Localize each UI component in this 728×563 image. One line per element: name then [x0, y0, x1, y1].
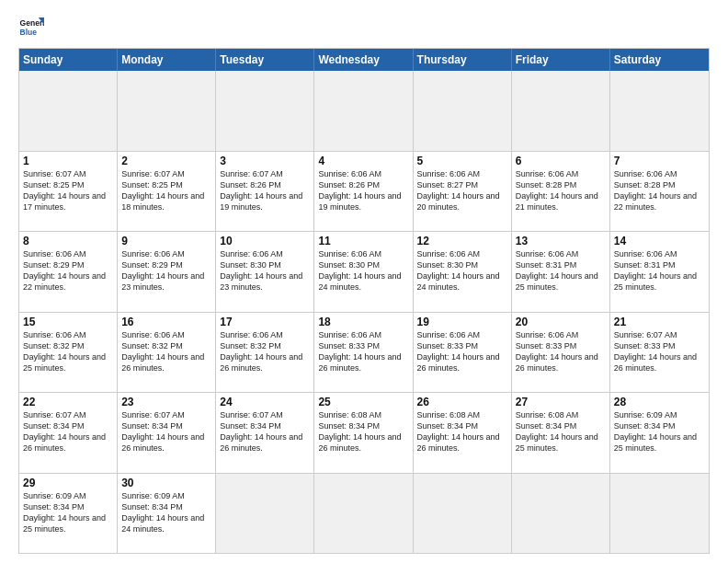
- sunset-text: Sunset: 8:28 PM: [614, 179, 705, 190]
- sunset-text: Sunset: 8:28 PM: [516, 179, 606, 190]
- day-number: 13: [516, 235, 606, 247]
- day-number: 28: [614, 396, 705, 408]
- page: General Blue SundayMondayTuesdayWednesda…: [0, 0, 728, 563]
- calendar-cell: 4Sunrise: 6:06 AMSunset: 8:26 PMDaylight…: [314, 152, 413, 232]
- sunset-text: Sunset: 8:29 PM: [23, 259, 113, 270]
- calendar-cell: 23Sunrise: 6:07 AMSunset: 8:34 PMDayligh…: [118, 393, 216, 473]
- sunset-text: Sunset: 8:31 PM: [614, 259, 705, 270]
- day-number: 12: [417, 235, 507, 247]
- sunset-text: Sunset: 8:30 PM: [220, 259, 310, 270]
- sunrise-text: Sunrise: 6:06 AM: [23, 329, 113, 340]
- sunset-text: Sunset: 8:31 PM: [516, 259, 606, 270]
- day-number: 4: [318, 155, 408, 167]
- sunrise-text: Sunrise: 6:06 AM: [220, 248, 310, 259]
- calendar-cell: 24Sunrise: 6:07 AMSunset: 8:34 PMDayligh…: [216, 393, 314, 473]
- calendar-cell: 29Sunrise: 6:09 AMSunset: 8:34 PMDayligh…: [19, 474, 118, 554]
- daylight-text: Daylight: 14 hours and 26 minutes.: [516, 351, 606, 373]
- calendar-cell: 26Sunrise: 6:08 AMSunset: 8:34 PMDayligh…: [414, 393, 512, 473]
- day-number: 11: [318, 235, 408, 247]
- day-number: 2: [121, 155, 211, 167]
- sunset-text: Sunset: 8:32 PM: [220, 340, 310, 351]
- sunrise-text: Sunrise: 6:08 AM: [516, 409, 606, 420]
- sunrise-text: Sunrise: 6:09 AM: [121, 490, 211, 501]
- day-of-week-header: Sunday: [19, 49, 118, 71]
- calendar-cell: 2Sunrise: 6:07 AMSunset: 8:25 PMDaylight…: [118, 152, 216, 232]
- sunrise-text: Sunrise: 6:06 AM: [417, 168, 507, 179]
- calendar-cell: 17Sunrise: 6:06 AMSunset: 8:32 PMDayligh…: [216, 313, 314, 393]
- sunrise-text: Sunrise: 6:07 AM: [220, 409, 310, 420]
- svg-text:Blue: Blue: [20, 28, 38, 37]
- calendar-cell: [512, 474, 610, 554]
- daylight-text: Daylight: 14 hours and 18 minutes.: [121, 190, 211, 213]
- day-of-week-header: Monday: [118, 49, 216, 71]
- sunrise-text: Sunrise: 6:08 AM: [417, 409, 507, 420]
- day-number: 27: [516, 396, 606, 408]
- daylight-text: Daylight: 14 hours and 25 minutes.: [614, 431, 705, 454]
- sunset-text: Sunset: 8:33 PM: [614, 340, 705, 351]
- daylight-text: Daylight: 14 hours and 25 minutes.: [516, 431, 606, 454]
- calendar-cell: 6Sunrise: 6:06 AMSunset: 8:28 PMDaylight…: [512, 152, 610, 232]
- sunrise-text: Sunrise: 6:06 AM: [23, 248, 113, 259]
- calendar-cell: 21Sunrise: 6:07 AMSunset: 8:33 PMDayligh…: [610, 313, 709, 393]
- sunrise-text: Sunrise: 6:07 AM: [121, 409, 211, 420]
- calendar-cell: [610, 71, 709, 151]
- sunset-text: Sunset: 8:26 PM: [318, 179, 408, 190]
- daylight-text: Daylight: 14 hours and 19 minutes.: [220, 190, 310, 213]
- daylight-text: Daylight: 14 hours and 24 minutes.: [417, 270, 507, 293]
- calendar-cell: 9Sunrise: 6:06 AMSunset: 8:29 PMDaylight…: [118, 232, 216, 312]
- sunset-text: Sunset: 8:30 PM: [417, 259, 507, 270]
- day-of-week-header: Tuesday: [216, 49, 314, 71]
- day-of-week-header: Saturday: [610, 49, 709, 71]
- sunrise-text: Sunrise: 6:07 AM: [23, 409, 113, 420]
- day-of-week-header: Friday: [512, 49, 610, 71]
- daylight-text: Daylight: 14 hours and 24 minutes.: [121, 512, 211, 534]
- day-number: 30: [121, 477, 211, 489]
- sunrise-text: Sunrise: 6:06 AM: [516, 248, 606, 259]
- sunset-text: Sunset: 8:34 PM: [220, 420, 310, 431]
- sunset-text: Sunset: 8:33 PM: [417, 340, 507, 351]
- day-number: 19: [417, 316, 507, 328]
- calendar-cell: 16Sunrise: 6:06 AMSunset: 8:32 PMDayligh…: [118, 313, 216, 393]
- calendar-header: SundayMondayTuesdayWednesdayThursdayFrid…: [19, 49, 709, 71]
- sunrise-text: Sunrise: 6:06 AM: [516, 329, 606, 340]
- daylight-text: Daylight: 14 hours and 24 minutes.: [318, 270, 408, 293]
- day-number: 15: [23, 316, 113, 328]
- calendar-cell: 1Sunrise: 6:07 AMSunset: 8:25 PMDaylight…: [19, 152, 118, 232]
- calendar-cell: 8Sunrise: 6:06 AMSunset: 8:29 PMDaylight…: [19, 232, 118, 312]
- daylight-text: Daylight: 14 hours and 26 minutes.: [23, 431, 113, 454]
- sunrise-text: Sunrise: 6:06 AM: [614, 168, 705, 179]
- daylight-text: Daylight: 14 hours and 23 minutes.: [220, 270, 310, 293]
- calendar-row: 1Sunrise: 6:07 AMSunset: 8:25 PMDaylight…: [19, 151, 709, 232]
- sunrise-text: Sunrise: 6:06 AM: [220, 329, 310, 340]
- sunset-text: Sunset: 8:30 PM: [318, 259, 408, 270]
- day-number: 18: [318, 316, 408, 328]
- day-number: 5: [417, 155, 507, 167]
- sunrise-text: Sunrise: 6:07 AM: [121, 168, 211, 179]
- calendar-cell: [19, 71, 118, 151]
- logo: General Blue: [18, 15, 44, 40]
- daylight-text: Daylight: 14 hours and 26 minutes.: [614, 351, 705, 373]
- calendar-cell: 18Sunrise: 6:06 AMSunset: 8:33 PMDayligh…: [314, 313, 413, 393]
- daylight-text: Daylight: 14 hours and 26 minutes.: [220, 351, 310, 373]
- day-number: 29: [23, 477, 113, 489]
- day-number: 16: [121, 316, 211, 328]
- sunrise-text: Sunrise: 6:06 AM: [417, 329, 507, 340]
- sunrise-text: Sunrise: 6:06 AM: [318, 168, 408, 179]
- calendar-cell: 11Sunrise: 6:06 AMSunset: 8:30 PMDayligh…: [314, 232, 413, 312]
- calendar-cell: 3Sunrise: 6:07 AMSunset: 8:26 PMDaylight…: [216, 152, 314, 232]
- day-number: 23: [121, 396, 211, 408]
- calendar-cell: [314, 71, 413, 151]
- daylight-text: Daylight: 14 hours and 26 minutes.: [318, 351, 408, 373]
- day-number: 24: [220, 396, 310, 408]
- calendar-cell: 22Sunrise: 6:07 AMSunset: 8:34 PMDayligh…: [19, 393, 118, 473]
- daylight-text: Daylight: 14 hours and 22 minutes.: [614, 190, 705, 213]
- sunrise-text: Sunrise: 6:07 AM: [220, 168, 310, 179]
- day-of-week-header: Thursday: [414, 49, 512, 71]
- sunset-text: Sunset: 8:25 PM: [23, 179, 113, 190]
- calendar-cell: [414, 474, 512, 554]
- calendar-cell: [512, 71, 610, 151]
- daylight-text: Daylight: 14 hours and 26 minutes.: [417, 431, 507, 454]
- daylight-text: Daylight: 14 hours and 25 minutes.: [516, 270, 606, 293]
- daylight-text: Daylight: 14 hours and 26 minutes.: [121, 431, 211, 454]
- header: General Blue: [18, 15, 710, 40]
